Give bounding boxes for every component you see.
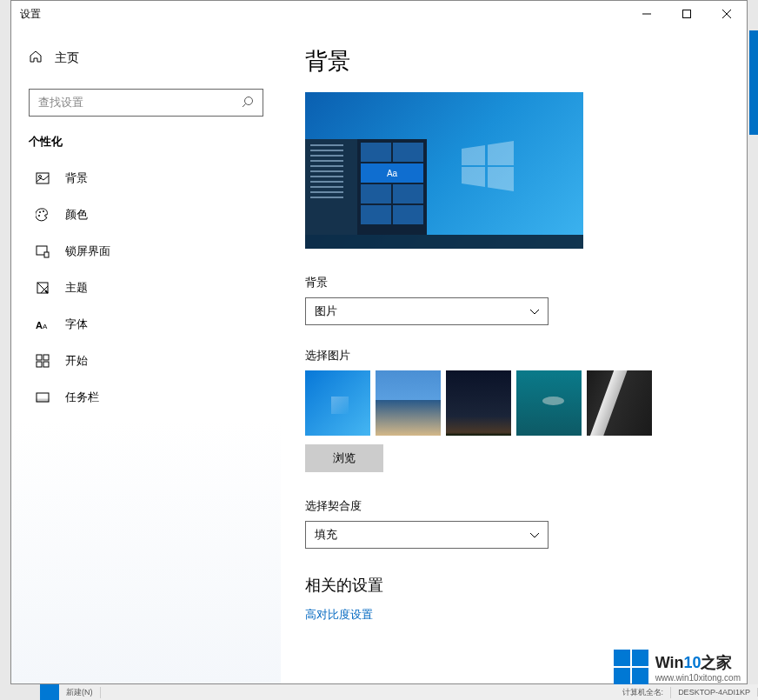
search-input[interactable]: 查找设置 [29, 89, 263, 117]
svg-rect-21 [37, 399, 49, 402]
svg-text:A: A [43, 323, 48, 330]
sidebar-item-taskbar[interactable]: 任务栏 [11, 379, 281, 416]
thumbnail-2[interactable] [376, 370, 441, 436]
thumbnail-4[interactable] [516, 370, 582, 436]
home-button[interactable]: 主页 [11, 43, 281, 73]
preview-sample-text: Aa [361, 163, 423, 183]
taskbar-active-icon [40, 684, 59, 700]
home-icon [29, 50, 43, 66]
windows-logo-icon [462, 140, 514, 192]
svg-rect-1 [683, 10, 691, 18]
settings-window: 设置 主页 查找设置 [10, 0, 748, 684]
watermark-logo-icon [614, 650, 648, 684]
watermark-brand: Win10之家 [655, 652, 741, 673]
chevron-down-icon [530, 307, 539, 317]
background-preview: Aa [305, 92, 583, 249]
lockscreen-icon [36, 244, 50, 258]
maximize-button[interactable] [667, 1, 707, 27]
sidebar-item-themes[interactable]: 主题 [11, 270, 281, 306]
nav-label: 字体 [65, 317, 88, 332]
svg-point-10 [38, 215, 40, 217]
background-type-select[interactable]: 图片 [305, 297, 549, 325]
window-body: 主页 查找设置 个性化 背景 颜色 [11, 27, 747, 683]
start-icon [36, 354, 50, 368]
image-thumbnails [305, 370, 722, 436]
background-type-label: 背景 [305, 275, 722, 290]
thumbnail-1[interactable] [305, 370, 370, 436]
fit-label: 选择契合度 [305, 498, 722, 514]
browse-label: 浏览 [333, 450, 356, 466]
nav-label: 颜色 [65, 207, 88, 223]
svg-point-8 [39, 211, 41, 213]
thumbnail-3[interactable] [446, 370, 511, 436]
high-contrast-link[interactable]: 高对比度设置 [305, 608, 373, 621]
sidebar-item-background[interactable]: 背景 [11, 160, 281, 197]
preview-start-menu: Aa [305, 139, 427, 235]
sidebar-item-fonts[interactable]: AA 字体 [11, 306, 281, 343]
themes-icon [36, 281, 50, 295]
svg-rect-17 [43, 355, 49, 360]
page-title: 背景 [305, 46, 722, 77]
svg-text:A: A [36, 320, 43, 330]
select-value: 填充 [315, 527, 337, 543]
nav-label: 背景 [65, 170, 88, 186]
svg-point-4 [245, 97, 253, 104]
sidebar-item-colors[interactable]: 颜色 [11, 197, 281, 233]
svg-line-5 [243, 103, 246, 107]
background-taskbar: 新建(N) 计算机全名: DESKTOP-4ADI1KP [40, 684, 758, 700]
fit-select[interactable]: 填充 [305, 521, 549, 549]
svg-rect-6 [37, 173, 49, 183]
svg-rect-19 [43, 362, 49, 367]
preview-taskbar [305, 235, 583, 249]
picture-icon [36, 171, 50, 185]
titlebar-buttons [627, 1, 747, 27]
sidebar-item-lockscreen[interactable]: 锁屏界面 [11, 233, 281, 270]
search-icon [242, 96, 254, 110]
browse-button[interactable]: 浏览 [305, 444, 383, 472]
sidebar-item-start[interactable]: 开始 [11, 343, 281, 379]
related-settings-title: 相关的设置 [305, 575, 722, 596]
svg-rect-18 [37, 362, 42, 367]
taskbar-item: 新建(N) [59, 687, 101, 698]
close-button[interactable] [707, 1, 747, 27]
thumbnail-5[interactable] [587, 370, 652, 436]
chevron-down-icon [530, 530, 539, 540]
category-label: 个性化 [11, 134, 281, 160]
window-title: 设置 [20, 7, 41, 22]
palette-icon [36, 208, 50, 222]
taskbar-icon [36, 390, 50, 404]
home-label: 主页 [55, 50, 79, 66]
sidebar: 主页 查找设置 个性化 背景 颜色 [11, 27, 281, 683]
nav-label: 锁屏界面 [65, 243, 110, 259]
titlebar: 设置 [11, 1, 747, 27]
background-slice [749, 30, 758, 135]
minimize-button[interactable] [627, 1, 667, 27]
main-content: 背景 Aa 背景 [281, 27, 747, 683]
taskbar-label: 计算机全名: [615, 687, 672, 698]
nav-label: 主题 [65, 280, 88, 296]
search-placeholder: 查找设置 [38, 95, 83, 110]
svg-rect-16 [37, 355, 42, 360]
watermark-url: www.win10xitong.com [655, 673, 741, 683]
select-value: 图片 [315, 303, 337, 319]
watermark: Win10之家 www.win10xitong.com [614, 650, 741, 684]
taskbar-computer-name: DESKTOP-4ADI1KP [671, 688, 758, 697]
svg-point-9 [43, 210, 44, 212]
svg-point-7 [39, 176, 42, 178]
nav-label: 任务栏 [65, 390, 99, 405]
font-icon: AA [36, 317, 50, 331]
nav-label: 开始 [65, 353, 88, 369]
choose-image-label: 选择图片 [305, 348, 722, 363]
svg-rect-12 [44, 252, 49, 257]
